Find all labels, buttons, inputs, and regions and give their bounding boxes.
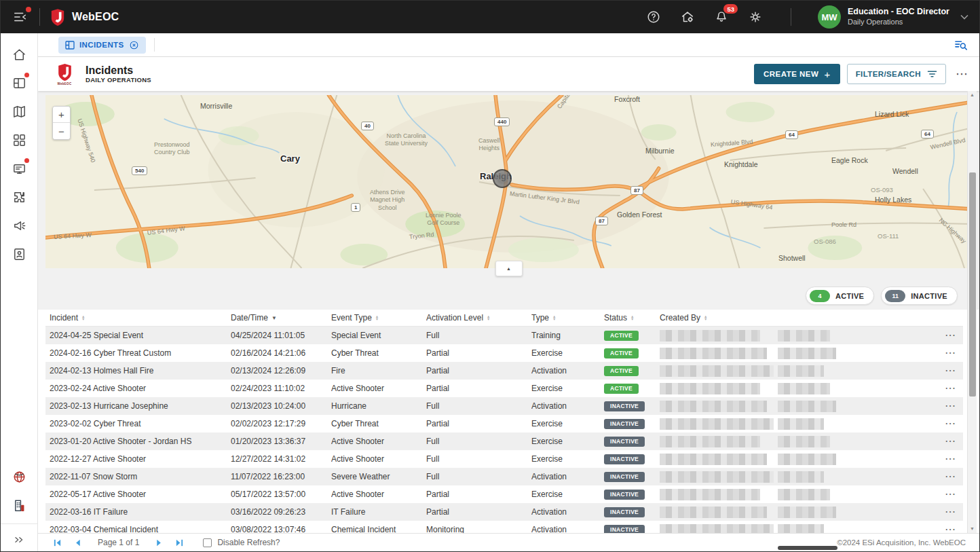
sidebar-item-maps[interactable] — [5, 97, 33, 126]
incident-rows: 2024-04-25 Special Event04/25/2024 11:01… — [45, 327, 963, 533]
column-header[interactable]: Status▲▼ — [604, 313, 660, 323]
status-filters: 4 ACTIVE 11 INACTIVE — [806, 287, 958, 305]
column-header[interactable]: Activation Level▲▼ — [426, 313, 531, 323]
status-badge: INACTIVE — [604, 472, 645, 482]
create-new-button[interactable]: CREATE NEW + — [754, 64, 840, 84]
column-header[interactable]: Event Type▲▼ — [331, 313, 426, 323]
help-icon[interactable] — [645, 8, 662, 26]
incident-name-cell: 2022-11-07 Snow Storm — [50, 472, 231, 481]
sidebar-item-contacts[interactable] — [5, 240, 33, 268]
row-menu-button[interactable]: ⋯ — [945, 348, 956, 358]
table-row[interactable]: 2024-02-13 Holmes Hall Fire02/13/2024 12… — [45, 362, 963, 380]
sidebar-item-esi-globe[interactable] — [5, 462, 33, 491]
column-header[interactable]: Created By▲▼ — [660, 313, 778, 323]
row-menu-button[interactable]: ⋯ — [945, 524, 956, 533]
table-row[interactable]: 2023-02-24 Active Shooter02/24/2023 11:1… — [45, 380, 963, 397]
created-by-cell — [660, 418, 778, 430]
created-by-cell — [660, 436, 778, 447]
menu-toggle-icon[interactable] — [12, 8, 29, 26]
row-menu-button[interactable]: ⋯ — [945, 471, 956, 482]
row-menu-button[interactable]: ⋯ — [945, 489, 956, 500]
row-menu-button[interactable]: ⋯ — [945, 507, 956, 517]
sidebar-divider — [1, 523, 37, 524]
sidebar-item-dashboards[interactable] — [5, 126, 33, 154]
active-filter-button[interactable]: 4 ACTIVE — [806, 287, 874, 305]
created-by-cell — [660, 401, 778, 412]
incidents-map[interactable]: MorrisvilleCaryRaleighFoxcroftMilburnieK… — [45, 95, 973, 268]
scrollbar-track[interactable] — [968, 99, 977, 525]
content-area: INCIDENTS WebEOC Incidents DAILY OPERATI… — [38, 33, 979, 551]
scroll-up-icon[interactable]: ▲ — [970, 91, 975, 99]
vertical-scrollbar[interactable]: ▲ ▼ — [967, 91, 977, 533]
board-search-icon[interactable] — [954, 39, 967, 51]
row-menu-button[interactable]: ⋯ — [945, 418, 956, 429]
redacted-block — [660, 383, 760, 394]
table-row[interactable]: 2022-05-17 Active Shooter05/17/2022 13:5… — [45, 485, 963, 503]
row-menu-button[interactable]: ⋯ — [945, 436, 956, 447]
column-header[interactable]: Type▲▼ — [531, 313, 604, 323]
sidebar-item-home[interactable] — [5, 40, 33, 69]
route-shield: 1 — [351, 203, 360, 212]
disable-refresh-label: Disable Refresh? — [217, 538, 280, 547]
table-row[interactable]: 2023-02-13 Hurricane Josephine02/13/2023… — [45, 397, 963, 415]
redacted-block — [660, 401, 767, 412]
last-page-button[interactable] — [175, 538, 184, 547]
page-header: WebEOC Incidents DAILY OPERATIONS CREATE… — [38, 57, 979, 91]
first-page-button[interactable] — [53, 538, 62, 547]
column-header[interactable]: Incident▲▼ — [50, 313, 231, 323]
sidebar-item-messages[interactable] — [5, 154, 33, 183]
inactive-filter-button[interactable]: 11 INACTIVE — [881, 287, 958, 305]
map-zoom-out-button[interactable]: − — [53, 123, 70, 139]
table-row[interactable]: 2022-11-07 Snow Storm11/07/2022 16:23:00… — [45, 468, 963, 485]
redacted-block — [660, 471, 774, 483]
table-row[interactable]: 2023-02-02 Cyber Threat02/02/2023 12:17:… — [45, 415, 963, 433]
sidebar-expand-icon[interactable] — [5, 528, 33, 551]
column-header[interactable]: Date/Time▼ — [231, 313, 331, 323]
horizontal-scrollbar-thumb[interactable] — [778, 546, 837, 550]
notifications-bell-icon[interactable]: 53 — [713, 8, 730, 26]
sidebar-item-announcements[interactable] — [5, 211, 33, 240]
webeoc-shield-logo — [50, 8, 65, 26]
tab-incidents[interactable]: INCIDENTS — [58, 37, 146, 54]
user-menu[interactable]: MW Education - EOC Director Daily Operat… — [818, 5, 968, 29]
filter-search-button[interactable]: FILTER/SEARCH — [847, 64, 946, 84]
map-zoom-in-button[interactable]: + — [53, 107, 70, 123]
disable-refresh-checkbox[interactable] — [203, 538, 212, 547]
redacted-cell — [778, 383, 852, 394]
next-page-button[interactable] — [155, 538, 164, 547]
header-more-button[interactable]: ⋯ — [956, 68, 968, 80]
table-row[interactable]: 2022-12-27 Active Shooter12/27/2022 14:3… — [45, 450, 963, 468]
tab-close-icon[interactable] — [129, 40, 139, 50]
type-cell: Exercise — [531, 384, 604, 393]
type-cell: Activation — [531, 472, 604, 481]
row-menu-button[interactable]: ⋯ — [945, 365, 956, 376]
sidebar-item-organization[interactable] — [5, 491, 33, 519]
incident-name-cell: 2023-01-20 Active Shooter - Jordan HS — [50, 437, 231, 446]
table-row[interactable]: 2022-03-04 Chemical Incident03/08/2022 1… — [45, 521, 963, 533]
disable-refresh-control[interactable]: Disable Refresh? — [203, 538, 280, 547]
row-menu-button[interactable]: ⋯ — [945, 401, 956, 411]
datetime-cell: 02/13/2024 12:26:09 — [231, 366, 331, 375]
table-row[interactable]: 2023-01-20 Active Shooter - Jordan HS01/… — [45, 433, 963, 450]
sidebar-item-boards[interactable] — [5, 69, 33, 97]
settings-gear-icon[interactable] — [747, 8, 764, 26]
status-cell: INACTIVE — [604, 401, 660, 411]
row-menu-button[interactable]: ⋯ — [945, 330, 956, 341]
incident-cluster-marker[interactable] — [493, 169, 512, 188]
table-row[interactable]: 2024-04-25 Special Event04/25/2024 11:01… — [45, 327, 963, 344]
row-menu-button[interactable]: ⋯ — [945, 383, 956, 394]
incident-name-cell: 2024-04-25 Special Event — [50, 331, 231, 340]
previous-page-button[interactable] — [73, 538, 82, 547]
scroll-down-icon[interactable]: ▼ — [970, 525, 975, 533]
table-row[interactable]: 2024-02-16 Cyber Threat Custom02/16/2024… — [45, 344, 963, 362]
sidebar-item-plugins[interactable] — [5, 183, 33, 211]
scrollbar-thumb[interactable] — [969, 172, 976, 397]
map-collapse-button[interactable]: ▲ — [495, 261, 523, 276]
page-logo-text: WebEOC — [58, 82, 72, 86]
home-settings-icon[interactable] — [679, 8, 696, 26]
redacted-cell — [778, 489, 852, 500]
row-menu-button[interactable]: ⋯ — [945, 454, 956, 464]
column-label: Status — [604, 313, 627, 323]
table-row[interactable]: 2022-03-16 IT Failure03/16/2022 09:26:23… — [45, 503, 963, 521]
topbar-divider — [39, 8, 40, 26]
